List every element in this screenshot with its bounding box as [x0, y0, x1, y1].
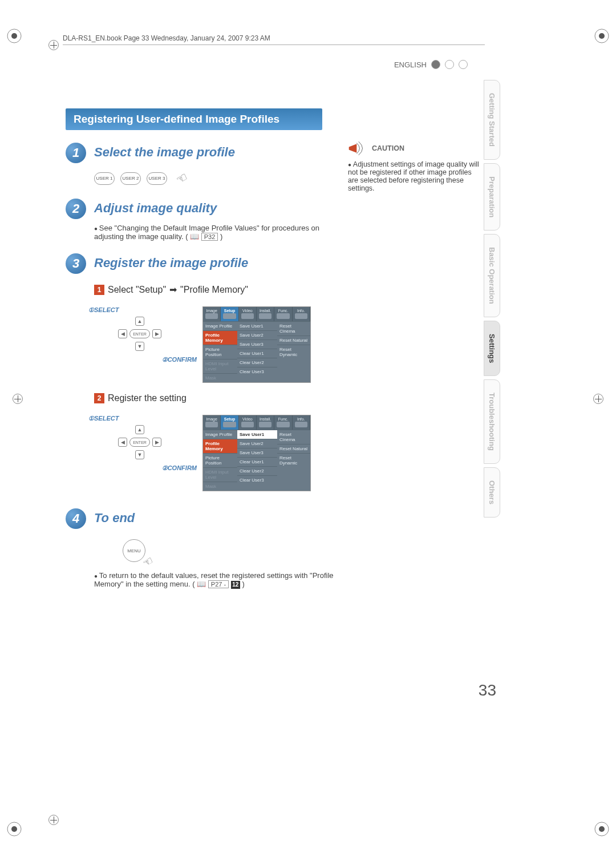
crop-mark [6, 27, 23, 45]
dpad-left-button[interactable]: ◀ [118, 438, 127, 447]
register-mark [13, 394, 23, 404]
osd-row: Save User2 [237, 439, 277, 448]
confirm-callout: ②CONFIRM [162, 356, 197, 363]
dpad-right-button[interactable]: ▶ [152, 438, 161, 447]
page-number: 33 [479, 681, 496, 700]
osd-row: Clear User1 [237, 349, 277, 358]
remote-navpad-diagram: ①SELECT ▲ ▼ ◀ ▶ ENTER ②CONFIRM [88, 306, 180, 363]
osd-row: Reset Natural [277, 444, 310, 453]
osd-row: Save User1 [237, 321, 277, 330]
osd-row: Save User3 [237, 448, 277, 457]
osd-menu-screenshot: Image Setup Video Install. Func. Info. I… [202, 306, 311, 383]
dpad-up-button[interactable]: ▲ [135, 425, 144, 434]
step-number-badge: 4 [66, 508, 86, 529]
page-ref-num: 12 [231, 581, 240, 589]
page-ref-icon: 📖 [190, 232, 199, 241]
substep-text: Register the setting [108, 393, 187, 403]
menu-button-label: MENU [127, 548, 141, 553]
osd-row: Reset Dynamic [277, 345, 310, 359]
step-4: 4 To end [66, 508, 334, 529]
bullet-icon [94, 571, 99, 580]
dpad-down-button[interactable]: ▼ [135, 342, 144, 351]
osd-row: Picture Position [203, 453, 237, 467]
osd-tab: Image [203, 307, 221, 321]
press-hand-icon: ☜ [140, 553, 156, 570]
side-tab-troubleshooting[interactable]: Troubleshooting [484, 379, 500, 464]
osd-tab: Image [203, 415, 221, 430]
user2-button[interactable]: USER 2 [120, 172, 141, 185]
step-1: 1 Select the image profile [66, 143, 334, 163]
step-2: 2 Adjust image quality [66, 199, 334, 219]
register-mark [48, 40, 59, 50]
page-ref: P27 - [208, 580, 229, 588]
osd-row: Save User3 [237, 339, 277, 349]
remote-navpad-diagram: ①SELECT ▲ ▼ ◀ ▶ ENTER ②CONFIRM [88, 415, 180, 472]
osd-tab: Install. [257, 415, 274, 430]
page-ref: P32 [201, 233, 218, 241]
select-callout: ①SELECT [88, 306, 119, 314]
osd-tab: Setup [221, 415, 238, 430]
dpad-down-button[interactable]: ▼ [135, 450, 144, 459]
megaphone-icon [348, 140, 367, 157]
confirm-callout: ②CONFIRM [162, 464, 197, 472]
step-number-badge: 3 [66, 253, 86, 274]
crop-mark [593, 820, 610, 838]
bullet-icon [94, 224, 99, 232]
osd-row: Picture Position [203, 345, 237, 359]
enter-button[interactable]: ENTER [129, 329, 150, 338]
press-hand-icon: ☜ [173, 169, 191, 188]
osd-row: Reset Dynamic [277, 453, 310, 467]
user-profile-buttons: USER 1 USER 2 USER 3 ☜ [94, 171, 334, 186]
user3-button[interactable]: USER 3 [147, 172, 167, 185]
substep-2: 2 Register the setting [94, 393, 334, 403]
dpad-right-button[interactable]: ▶ [152, 329, 161, 338]
dpad-left-button[interactable]: ◀ [118, 329, 127, 338]
side-tab-getting-started[interactable]: Getting Started [484, 80, 500, 160]
crop-mark [6, 820, 23, 838]
side-tab-basic-operation[interactable]: Basic Operation [484, 234, 500, 317]
side-tab-preparation[interactable]: Preparation [484, 163, 500, 231]
osd-row: Profile Memory [203, 330, 237, 345]
osd-row: Save User2 [237, 330, 277, 339]
dpad-up-button[interactable]: ▲ [135, 317, 144, 326]
step-note: See "Changing the Default Image Profile … [94, 224, 334, 241]
osd-tab: Install. [257, 307, 274, 321]
osd-row: HDMI Input Level [203, 359, 237, 373]
step-title: To end [94, 511, 135, 526]
lang-dot-icon [459, 60, 468, 69]
side-tabs: Getting Started Preparation Basic Operat… [484, 80, 502, 521]
osd-tab: Func. [274, 307, 292, 321]
osd-row: Clear User3 [237, 367, 277, 376]
select-callout: ①SELECT [88, 415, 119, 422]
side-tab-settings[interactable]: Settings [484, 321, 500, 376]
register-mark [48, 815, 59, 825]
osd-tab: Info. [293, 415, 310, 430]
caution-box: CAUTION Adjustment settings of image qua… [348, 140, 479, 192]
osd-row: Mask [203, 373, 237, 382]
svg-point-5 [11, 826, 17, 832]
step-note: To return to the default values, reset t… [94, 571, 334, 589]
svg-point-3 [599, 33, 605, 39]
substep-badge: 1 [94, 285, 104, 295]
osd-row: HDMI Input Level [203, 467, 237, 482]
osd-row: Clear User3 [237, 475, 277, 484]
substep-badge: 2 [94, 393, 104, 403]
enter-button[interactable]: ENTER [129, 438, 150, 447]
menu-button[interactable]: MENU ☜ [123, 539, 145, 562]
caution-heading: CAUTION [372, 144, 404, 152]
user1-button[interactable]: USER 1 [94, 172, 115, 185]
osd-tab: Setup [221, 307, 238, 321]
osd-row: Reset Cinema [277, 430, 310, 444]
side-tab-others[interactable]: Others [484, 467, 500, 518]
step-number-badge: 2 [66, 199, 86, 219]
lang-dot-icon [431, 60, 440, 69]
step-title: Select the image profile [94, 145, 235, 160]
substep-text: Select "Setup" [108, 285, 166, 295]
osd-row: Clear User2 [237, 466, 277, 475]
osd-row: Image Profile [203, 321, 237, 330]
running-header: DLA-RS1_EN.book Page 33 Wednesday, Janua… [63, 34, 485, 45]
osd-row: Reset Natural [277, 336, 310, 345]
osd-tab: Video [239, 307, 257, 321]
page-ref-icon: 📖 [197, 580, 206, 588]
osd-row: Image Profile [203, 430, 237, 439]
